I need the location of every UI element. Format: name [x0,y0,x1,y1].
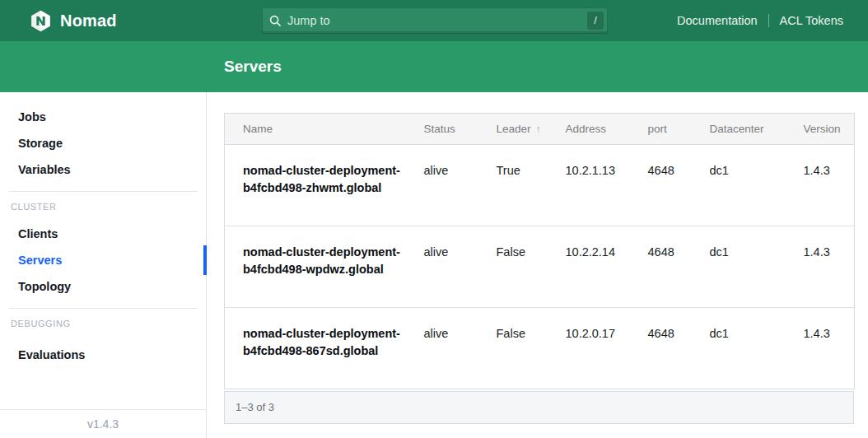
sidebar-item-servers[interactable]: Servers [0,247,206,273]
server-port: 4648 [641,226,702,308]
table-row[interactable]: nomad-cluster-deployment-b4fcbd498-zhwmt… [225,145,855,226]
table-row[interactable]: nomad-cluster-deployment-b4fcbd498-wpdwz… [225,226,855,308]
column-header-version[interactable]: Version [796,114,855,145]
sidebar-divider [8,308,198,309]
server-datacenter: dc1 [702,308,796,389]
nomad-brand[interactable]: Nomad [30,10,117,32]
sidebar-item-variables[interactable]: Variables [0,156,206,183]
server-version: 1.4.3 [796,145,855,226]
column-header-address[interactable]: Address [558,114,641,145]
nav-links-divider [768,14,769,27]
page-title: Servers [224,58,282,76]
sidebar-item-topology[interactable]: Topology [0,273,206,300]
sidebar-item-storage[interactable]: Storage [0,130,206,156]
sort-ascending-icon: ↑ [536,123,541,135]
table-row[interactable]: nomad-cluster-deployment-b4fcbd498-867sd… [225,308,855,389]
server-address: 10.2.0.17 [558,308,641,389]
server-name: nomad-cluster-deployment-b4fcbd498-wpdwz… [225,226,417,308]
column-header-datacenter[interactable]: Datacenter [702,114,796,145]
server-datacenter: dc1 [702,226,796,308]
column-header-leader-label: Leader [497,123,531,135]
sidebar-item-jobs[interactable]: Jobs [0,104,206,130]
search-shortcut-hint: / [587,12,604,30]
server-status: alive [417,308,489,389]
page-header: Servers [0,41,868,92]
documentation-link[interactable]: Documentation [677,14,758,27]
server-datacenter: dc1 [702,145,796,226]
pagination-summary: 1–3 of 3 [224,391,854,424]
server-version: 1.4.3 [796,226,855,308]
sidebar: Jobs Storage Variables CLUSTER Clients S… [0,92,207,438]
nav-links: Documentation ACL Tokens [677,14,843,27]
search-input[interactable] [287,14,583,27]
server-address: 10.2.2.14 [558,226,641,308]
servers-table: Name Status Leader↑ Address port Datacen… [224,113,855,389]
server-leader: False [489,226,558,308]
brand-name: Nomad [60,12,117,30]
jump-to-search[interactable]: / [262,7,608,34]
sidebar-section-debugging: DEBUGGING [0,316,206,331]
top-navbar: Nomad / Documentation ACL Tokens [0,0,868,41]
main-panel: Name Status Leader↑ Address port Datacen… [207,92,868,438]
column-header-status[interactable]: Status [417,114,489,145]
table-header-row: Name Status Leader↑ Address port Datacen… [225,114,855,145]
column-header-name[interactable]: Name [225,114,417,145]
search-icon [269,15,282,27]
acl-tokens-link[interactable]: ACL Tokens [780,14,843,27]
sidebar-item-evaluations[interactable]: Evaluations [0,342,206,368]
server-version: 1.4.3 [796,308,855,389]
sidebar-section-cluster: CLUSTER [0,199,206,214]
sidebar-divider [8,191,198,192]
server-status: alive [417,226,489,308]
server-status: alive [417,145,489,226]
nomad-logo-icon [30,10,52,32]
server-port: 4648 [641,145,702,226]
sidebar-item-clients[interactable]: Clients [0,221,206,247]
server-leader: True [489,145,558,226]
column-header-leader[interactable]: Leader↑ [489,114,558,145]
server-leader: False [489,308,558,389]
app-version: v1.4.3 [0,409,206,438]
server-address: 10.2.1.13 [558,145,641,226]
column-header-port[interactable]: port [641,114,702,145]
server-name: nomad-cluster-deployment-b4fcbd498-867sd… [225,308,417,389]
server-port: 4648 [641,308,702,389]
server-name: nomad-cluster-deployment-b4fcbd498-zhwmt… [225,145,417,226]
